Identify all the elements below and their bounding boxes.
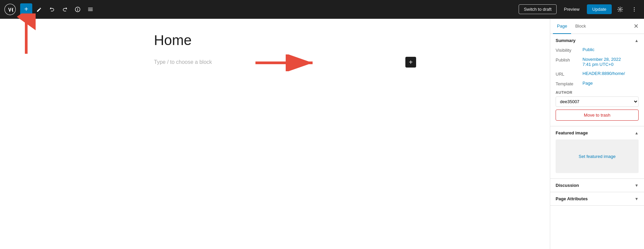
info-button[interactable] — [72, 4, 83, 14]
more-options-button[interactable] — [629, 4, 640, 14]
tab-page[interactable]: Page — [553, 19, 571, 34]
featured-image-toggle-icon: ▲ — [635, 131, 639, 135]
info-icon — [75, 6, 81, 12]
settings-button[interactable] — [614, 4, 626, 14]
main-area: Home Type / to choose a block + Page Blo… — [0, 19, 644, 249]
pencil-icon — [36, 6, 42, 12]
inline-add-block-button[interactable]: + — [405, 57, 416, 68]
publish-row: Publish November 28, 2022 7:41 pm UTC+0 — [556, 57, 639, 67]
url-label: URL — [556, 71, 582, 77]
svg-point-7 — [634, 9, 635, 9]
template-row: Template Page — [556, 81, 639, 86]
discussion-header[interactable]: Discussion ▼ — [550, 179, 644, 192]
page-attributes-section: Page Attributes ▼ — [550, 192, 644, 206]
summary-section-content: Visibility Public Publish November 28, 2… — [550, 47, 644, 126]
page-attributes-title: Page Attributes — [556, 196, 588, 201]
undo-icon — [49, 6, 55, 12]
sidebar-close-button[interactable]: ✕ — [631, 20, 641, 33]
update-button[interactable]: Update — [587, 4, 612, 14]
set-featured-image-box[interactable]: Set featured image — [556, 139, 639, 173]
svg-point-5 — [619, 8, 621, 10]
inline-plus-icon: + — [409, 58, 413, 66]
publish-value[interactable]: November 28, 2022 7:41 pm UTC+0 — [582, 57, 621, 67]
block-placeholder-text[interactable]: Type / to choose a block — [154, 59, 396, 65]
block-placeholder-area: Type / to choose a block + — [154, 56, 396, 68]
url-row: URL HEADER:8890/home/ — [556, 71, 639, 77]
plus-icon: + — [24, 5, 28, 13]
tools-button[interactable] — [85, 4, 96, 14]
discussion-toggle-icon: ▼ — [635, 183, 639, 188]
tab-block[interactable]: Block — [571, 19, 590, 34]
sidebar: Page Block ✕ Summary ▲ Visibility Public… — [550, 19, 644, 249]
svg-rect-3 — [88, 9, 93, 10]
visibility-row: Visibility Public — [556, 47, 639, 53]
summary-section-header[interactable]: Summary ▲ — [550, 34, 644, 47]
publish-label: Publish — [556, 57, 582, 63]
redo-button[interactable] — [59, 4, 71, 14]
template-value[interactable]: Page — [582, 81, 593, 86]
discussion-section: Discussion ▼ — [550, 179, 644, 192]
tools-icon — [87, 6, 93, 12]
add-block-button[interactable]: + — [20, 3, 32, 15]
featured-image-header[interactable]: Featured image ▲ — [550, 126, 644, 139]
undo-button[interactable] — [46, 4, 58, 14]
featured-image-section: Featured image ▲ Set featured image — [550, 126, 644, 179]
toolbar-left: + — [4, 3, 519, 15]
settings-icon — [617, 6, 623, 12]
template-label: Template — [556, 81, 582, 86]
edit-button[interactable] — [34, 4, 45, 14]
close-icon: ✕ — [634, 23, 639, 30]
featured-image-title: Featured image — [556, 130, 588, 135]
toolbar: + — [0, 0, 644, 19]
visibility-value[interactable]: Public — [582, 47, 594, 52]
svg-point-6 — [634, 7, 635, 8]
page-title[interactable]: Home — [154, 32, 396, 48]
more-options-icon — [631, 6, 637, 12]
discussion-title: Discussion — [556, 183, 579, 188]
svg-point-8 — [634, 10, 635, 11]
summary-section: Summary ▲ Visibility Public Publish Nove… — [550, 34, 644, 126]
annotation-arrow-up — [16, 19, 36, 57]
visibility-label: Visibility — [556, 47, 582, 53]
wp-logo[interactable] — [4, 3, 16, 15]
preview-button[interactable]: Preview — [559, 5, 584, 14]
svg-rect-2 — [88, 8, 93, 8]
switch-to-draft-button[interactable]: Switch to draft — [519, 4, 556, 14]
author-section: AUTHOR dee35007 — [556, 90, 639, 107]
author-select[interactable]: dee35007 — [556, 96, 639, 107]
summary-toggle-icon: ▲ — [635, 38, 639, 43]
author-label: AUTHOR — [556, 90, 639, 94]
move-to-trash-button[interactable]: Move to trash — [556, 110, 639, 121]
svg-rect-4 — [88, 10, 93, 11]
set-featured-image-link[interactable]: Set featured image — [579, 154, 616, 159]
page-attributes-toggle-icon: ▼ — [635, 197, 639, 201]
editor-area: Home Type / to choose a block + — [0, 19, 550, 249]
sidebar-tabs: Page Block ✕ — [550, 19, 644, 34]
page-attributes-header[interactable]: Page Attributes ▼ — [550, 192, 644, 205]
toolbar-right: Switch to draft Preview Update — [519, 4, 640, 14]
editor-content: Home Type / to choose a block + — [154, 32, 396, 68]
summary-section-title: Summary — [556, 38, 575, 43]
url-value[interactable]: HEADER:8890/home/ — [582, 71, 625, 76]
redo-icon — [62, 6, 68, 12]
